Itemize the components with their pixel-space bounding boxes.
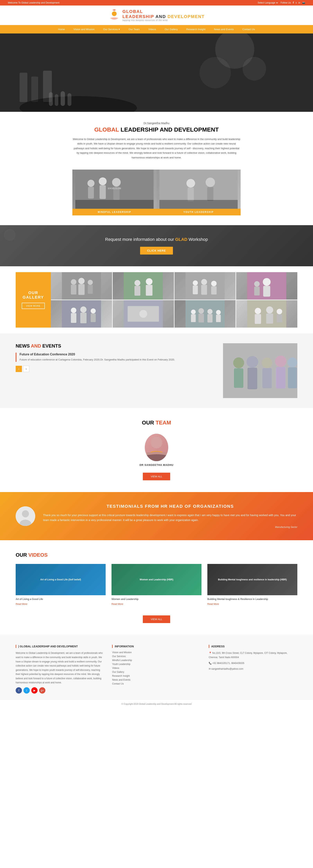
team-avatar-1 — [145, 434, 168, 461]
svg-point-88 — [233, 358, 244, 368]
video-read-more-3[interactable]: Read More — [207, 603, 219, 606]
svg-rect-91 — [247, 368, 257, 389]
youth-leadership-label: YOUTH LEADERSHIP — [156, 209, 241, 215]
nav-videos[interactable]: Videos — [144, 25, 161, 33]
svg-rect-47 — [146, 285, 152, 296]
svg-rect-89 — [234, 368, 243, 388]
nav-team[interactable]: Our Team — [124, 25, 144, 33]
svg-rect-76 — [207, 314, 212, 322]
svg-point-46 — [146, 278, 152, 285]
glad-text-before: Request more information about our — [105, 237, 175, 242]
nav-gallery[interactable]: Our Gallery — [161, 25, 182, 33]
video-read-more-2[interactable]: Read More — [111, 603, 123, 606]
top-bar: Welcome To Global Leadership and Develop… — [0, 0, 313, 5]
intro-body: Welcome to Global Leadership & Developme… — [72, 137, 241, 160]
svg-rect-42 — [88, 285, 93, 294]
social-facebook[interactable]: f — [15, 687, 22, 693]
news-image — [223, 343, 298, 398]
nav-home[interactable]: Home — [54, 25, 69, 33]
svg-point-11 — [243, 57, 266, 81]
gallery-image-5[interactable] — [51, 300, 112, 328]
fb-icon[interactable]: 𝗳 — [293, 1, 294, 4]
footer-link-gallery[interactable]: Our Gallery — [112, 671, 201, 673]
click-here-button[interactable]: CLICK HERE — [140, 247, 173, 254]
svg-point-51 — [201, 279, 207, 285]
svg-rect-72 — [191, 314, 196, 322]
news-title: NEWS AND EVENTS — [15, 343, 215, 349]
gallery-view-more-button[interactable]: VIEW MORE — [22, 303, 45, 309]
gallery-image-6[interactable] — [113, 300, 174, 328]
svg-rect-52 — [201, 285, 207, 295]
testimonial-quote: Thank you so much for your precious supp… — [43, 513, 298, 523]
gallery-image-8[interactable] — [236, 300, 298, 328]
footer-link-videos[interactable]: Videos — [112, 667, 201, 670]
svg-point-56 — [263, 278, 271, 286]
videos-view-all-button[interactable]: VIEW ALL — [143, 615, 170, 623]
social-youtube[interactable]: ▶ — [31, 687, 38, 693]
gallery-image-7[interactable] — [174, 300, 236, 328]
phone-icon: 📞 — [209, 662, 212, 664]
footer-link-research[interactable]: Research Insight — [112, 675, 201, 677]
intro-title: GLOBAL LEADERSHIP AND DEVELOPMENT — [72, 126, 241, 133]
gallery-image-4[interactable] — [236, 272, 298, 300]
footer-link-news[interactable]: News and Events — [112, 678, 201, 681]
footer-link-vision[interactable]: Vision and Mission — [112, 651, 201, 654]
svg-point-90 — [246, 356, 258, 368]
svg-rect-38 — [71, 285, 76, 294]
footer-col3-title: ADDRESS — [209, 645, 298, 648]
brand-global: GLOBAL — [123, 9, 143, 14]
copyright-text: © Copyright 2018 Global Leadership and D… — [121, 703, 192, 705]
gallery-image-2[interactable] — [113, 272, 174, 300]
logo-area: GLOBAL LEADERSHIP AND DEVELOPMENT tappin… — [108, 9, 205, 21]
news-title-events: EVENTS — [42, 343, 61, 348]
team-title: OUR TEAM — [15, 420, 298, 426]
language-select[interactable]: Select Language — [257, 1, 279, 4]
video-read-more-1[interactable]: Read More — [15, 603, 27, 606]
video-thumb-2[interactable]: Women and Leadership (HBR) — [111, 564, 202, 595]
logo-icon — [108, 9, 120, 21]
news-prev-button[interactable]: ‹ — [15, 366, 22, 372]
testimonial-avatar — [15, 506, 35, 526]
footer-link-mindful[interactable]: Mindful Leadership — [112, 659, 201, 662]
mindful-leadership-image: EXCELCLUB — [72, 169, 156, 209]
main-nav: Home Vision and Mission Our Services ▾ O… — [0, 25, 313, 33]
tw-icon[interactable]: 𝐭 — [296, 1, 297, 4]
logo-text: GLOBAL LEADERSHIP AND DEVELOPMENT tappin… — [123, 9, 205, 21]
social-googleplus[interactable]: g+ — [39, 687, 45, 693]
svg-point-102 — [22, 510, 29, 517]
brand-name: GLOBAL LEADERSHIP AND DEVELOPMENT — [123, 9, 205, 19]
nav-services[interactable]: Our Services ▾ — [99, 25, 125, 33]
brand-development: DEVELOPMENT — [168, 14, 205, 19]
nav-research[interactable]: Research Insight — [182, 25, 210, 33]
videos-center: VIEW ALL — [15, 612, 298, 623]
footer-link-contact[interactable]: Contact Us — [112, 682, 201, 685]
gallery-image-3[interactable] — [174, 272, 236, 300]
nav-vision[interactable]: Vision and Mission — [69, 25, 99, 33]
team-view-all-button[interactable]: VIEW ALL — [143, 473, 170, 480]
testimonials-section: TESTIMONIALS FROM HR HEAD OF ORGANIZATIO… — [0, 492, 313, 540]
news-next-button[interactable]: › — [23, 366, 29, 372]
footer-link-services[interactable]: Our Services — [112, 655, 201, 658]
news-content: NEWS AND EVENTS Future of Education Conf… — [15, 343, 215, 372]
li-icon[interactable]: in — [299, 1, 300, 4]
svg-rect-32 — [187, 188, 194, 201]
svg-rect-62 — [71, 313, 76, 323]
youth-leadership-card: YOUTH LEADERSHIP — [156, 169, 241, 215]
video-thumb-1[interactable]: Art of Living a Good Life (Self belief) — [15, 564, 106, 595]
nav-contact[interactable]: Contact Us — [238, 25, 259, 33]
svg-rect-17 — [49, 92, 53, 106]
nav-news[interactable]: News and Events — [210, 25, 238, 33]
intro-section: Dr.Sangeetha Madhu GLOBAL LEADERSHIP AND… — [68, 122, 245, 160]
svg-rect-81 — [255, 314, 261, 324]
svg-rect-57 — [263, 286, 270, 297]
video-thumb-3[interactable]: Building Mental toughness and resilience… — [207, 564, 298, 595]
social-icons: f t ▶ g+ — [15, 687, 104, 693]
footer-link-youth[interactable]: Youth Leadership — [112, 663, 201, 665]
social-twitter[interactable]: t — [24, 687, 30, 693]
svg-rect-74 — [198, 314, 204, 322]
glad-word: GLAD — [175, 237, 187, 242]
team-member-name: DR SANGEETHA MADHU — [139, 463, 174, 466]
gallery-image-1[interactable] — [51, 272, 112, 300]
ig-icon[interactable]: 📷 — [302, 1, 305, 4]
videos-section: OUR VIDEOS Art of Living a Good Life (Se… — [0, 540, 313, 635]
